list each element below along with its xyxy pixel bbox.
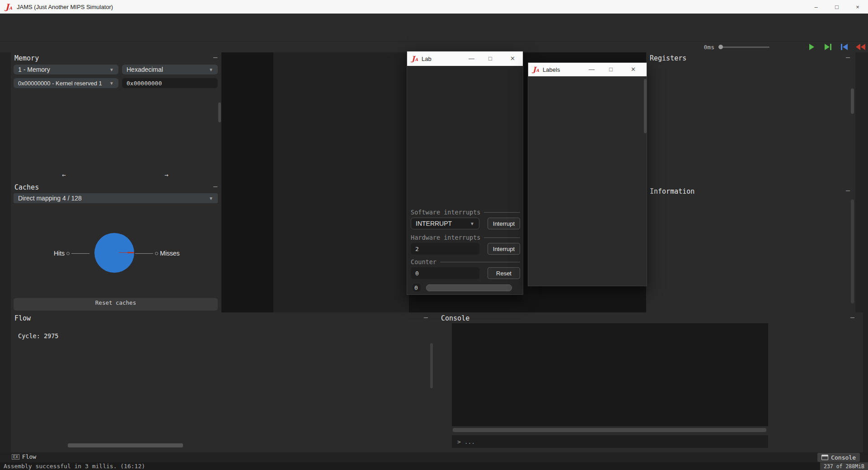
chevron-down-icon: ▼ bbox=[470, 221, 474, 226]
maximize-icon[interactable]: □ bbox=[826, 0, 847, 14]
console-panel: Console — > ... bbox=[435, 312, 863, 452]
memory-prev-page-button[interactable]: ← bbox=[62, 171, 66, 178]
memory-panel: Memory — 1 - Memory▼ Hexadecimal▼ 0x0000… bbox=[11, 52, 221, 312]
play-button[interactable] bbox=[806, 42, 817, 51]
chevron-down-icon: ▼ bbox=[109, 67, 114, 72]
status-bar: Assembly successful in 3 millis. (16:12)… bbox=[0, 462, 868, 470]
labels-tree bbox=[528, 76, 647, 287]
project-tab-bar bbox=[0, 28, 868, 42]
counter-header: Counter bbox=[411, 258, 520, 265]
rewind-button[interactable] bbox=[854, 42, 866, 51]
labels-scrollbar[interactable] bbox=[644, 79, 647, 133]
app-logo-icon: JA bbox=[5, 3, 12, 11]
memory-format-select[interactable]: Hexadecimal▼ bbox=[122, 65, 218, 74]
step-forward-button[interactable] bbox=[822, 42, 834, 51]
titlebar: JA JAMS (Just Another MIPS Simulator) –□… bbox=[0, 0, 868, 14]
flow-minimize-icon[interactable]: — bbox=[424, 313, 428, 321]
reset-caches-button[interactable]: Reset caches bbox=[14, 298, 218, 311]
memory-next-page-button[interactable]: → bbox=[164, 171, 168, 178]
memory-minimize-icon[interactable]: — bbox=[213, 53, 217, 61]
ex-badge: EX bbox=[12, 454, 19, 460]
app-logo-icon: JA bbox=[533, 66, 539, 73]
lab-window: JA Lab — □ ✕ Software interrupts INTERRU… bbox=[407, 51, 523, 295]
lab-close-icon[interactable]: ✕ bbox=[510, 55, 515, 62]
menu-bar bbox=[0, 14, 868, 28]
caches-section-title: Caches bbox=[14, 183, 39, 191]
registers-panel: Registers — bbox=[646, 52, 855, 186]
console-icon bbox=[821, 455, 828, 460]
labels-minimize-icon[interactable]: — bbox=[589, 66, 595, 73]
memory-address-input[interactable]: 0x00000000 bbox=[122, 78, 218, 88]
window-title: JAMS (Just Another MIPS Simulator) bbox=[17, 4, 113, 10]
flow-hscrollbar[interactable] bbox=[68, 443, 183, 447]
information-panel-title: Information bbox=[650, 187, 694, 195]
memory-panel-title: Memory bbox=[14, 54, 39, 62]
delay-label: 0ms bbox=[704, 44, 714, 51]
step-back-button[interactable] bbox=[838, 42, 850, 51]
console-toolwindow-tab[interactable]: Console bbox=[817, 453, 860, 462]
pie-label-hits: Hits bbox=[54, 250, 89, 257]
registers-scrollbar[interactable] bbox=[851, 88, 854, 114]
pie-label-misses: Misses bbox=[135, 250, 180, 257]
lab-minimize-icon[interactable]: — bbox=[469, 55, 474, 62]
jams-simulator-window: JA JAMS (Just Another MIPS Simulator) –□… bbox=[0, 0, 868, 470]
hardware-interrupt-input[interactable]: 2 bbox=[411, 243, 479, 255]
close-icon[interactable]: × bbox=[847, 0, 868, 14]
minimize-icon[interactable]: – bbox=[806, 0, 826, 14]
labels-close-icon[interactable]: ✕ bbox=[631, 66, 636, 73]
counter-slider[interactable] bbox=[426, 284, 512, 291]
console-minimize-icon[interactable]: — bbox=[850, 313, 854, 321]
delay-slider[interactable] bbox=[719, 47, 769, 48]
chevron-down-icon: ▼ bbox=[209, 196, 213, 201]
toolwindow-chip-row: EX Flow Console bbox=[0, 452, 868, 462]
registers-minimize-icon[interactable]: — bbox=[846, 53, 850, 61]
memory-table-scrollbar[interactable] bbox=[218, 102, 221, 122]
lab-window-title: Lab bbox=[422, 56, 432, 62]
lab-window-titlebar[interactable]: JA Lab — □ ✕ bbox=[407, 51, 523, 66]
console-panel-title: Console bbox=[441, 314, 469, 322]
left-tool-strip bbox=[0, 52, 11, 452]
status-message: Assembly successful in 3 millis. (16:12) bbox=[0, 463, 145, 470]
hex-keypad bbox=[420, 133, 510, 202]
software-interrupts-header: Software interrupts bbox=[411, 209, 520, 216]
labels-window-titlebar[interactable]: JA Labels — □ ✕ bbox=[528, 63, 647, 76]
flow-toolwindow-tab[interactable]: EX Flow bbox=[12, 453, 36, 460]
explorer-tab-bar bbox=[0, 42, 225, 52]
counter-input[interactable]: 0 bbox=[411, 267, 479, 279]
cache-mapping-select[interactable]: Direct mapping 4 / 128▼ bbox=[14, 193, 218, 203]
simulation-toolbar: 0ms bbox=[704, 42, 868, 52]
memory-segment-select[interactable]: 0x00000000 - Kernel reserved 1▼ bbox=[14, 78, 118, 88]
cache-hit-miss-pie-chart bbox=[94, 233, 134, 273]
information-minimize-icon[interactable]: — bbox=[846, 186, 850, 195]
console-output[interactable] bbox=[452, 323, 768, 426]
flow-vscrollbar[interactable] bbox=[430, 343, 433, 388]
flow-panel: Flow — Cycle: 2975 bbox=[11, 312, 435, 452]
flow-panel-title: Flow bbox=[14, 314, 31, 322]
software-interrupt-button[interactable]: Interrupt bbox=[488, 218, 520, 229]
labels-window-title: Labels bbox=[543, 66, 560, 73]
memory-usage-indicator[interactable]: 237 of 288MiB bbox=[820, 462, 868, 470]
chevron-down-icon: ▼ bbox=[209, 67, 213, 72]
information-panel: Information — bbox=[646, 186, 855, 312]
seven-segment-display bbox=[407, 70, 524, 128]
registers-panel-title: Registers bbox=[650, 54, 686, 62]
information-scrollbar[interactable] bbox=[851, 200, 854, 303]
memory-device-select[interactable]: 1 - Memory▼ bbox=[14, 65, 118, 74]
app-logo-icon: JA bbox=[412, 56, 418, 62]
caches-minimize-icon[interactable]: — bbox=[213, 182, 217, 191]
counter-reset-button[interactable]: Reset bbox=[488, 267, 520, 279]
labels-window: JA Labels — □ ✕ bbox=[528, 62, 647, 286]
delay-slider-thumb[interactable] bbox=[718, 45, 723, 49]
hardware-interrupts-header: Hardware interrupts bbox=[411, 234, 520, 241]
labels-maximize-icon[interactable]: □ bbox=[609, 66, 613, 73]
hardware-interrupt-button[interactable]: Interrupt bbox=[488, 243, 520, 255]
chevron-down-icon: ▼ bbox=[109, 81, 114, 86]
software-interrupt-select[interactable]: INTERRUPT▼ bbox=[411, 218, 479, 229]
counter-slider-value: 0 bbox=[413, 284, 421, 292]
lab-maximize-icon[interactable]: □ bbox=[488, 55, 492, 62]
console-hscrollbar[interactable] bbox=[453, 428, 766, 432]
console-command-input[interactable]: > ... bbox=[452, 435, 768, 448]
